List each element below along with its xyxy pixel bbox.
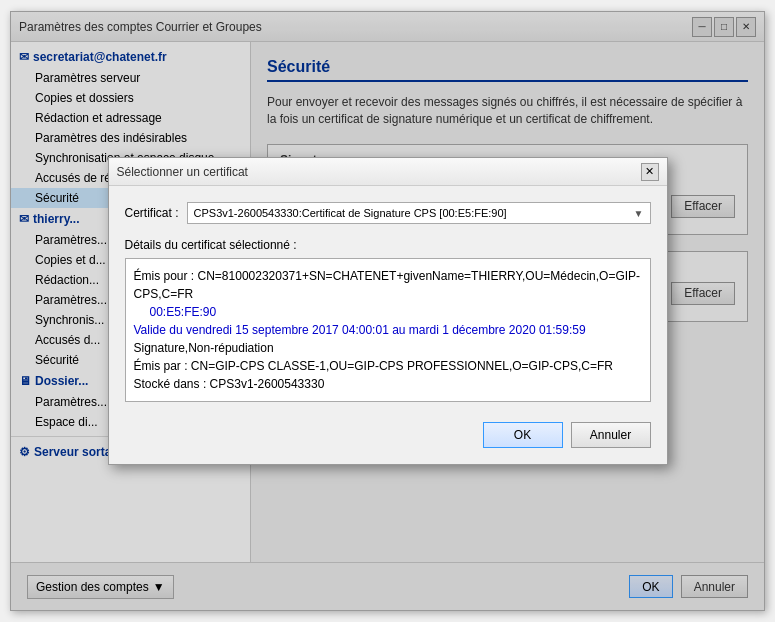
detail-emis-par: Émis par : CN=GIP-CPS CLASSE-1,OU=GIP-CP… <box>134 357 642 375</box>
detail-id: 00:E5:FE:90 <box>134 303 642 321</box>
modal-title: Sélectionner un certificat <box>117 165 248 179</box>
cert-selection-dialog: Sélectionner un certificat ✕ Certificat … <box>108 157 668 465</box>
modal-overlay: Sélectionner un certificat ✕ Certificat … <box>11 12 764 610</box>
modal-cert-row: Certificat : CPS3v1-2600543330:Certifica… <box>125 202 651 224</box>
modal-annuler-button[interactable]: Annuler <box>571 422 651 448</box>
cert-dropdown[interactable]: CPS3v1-2600543330:Certificat de Signatur… <box>187 202 651 224</box>
modal-title-bar: Sélectionner un certificat ✕ <box>109 158 667 186</box>
modal-close-button[interactable]: ✕ <box>641 163 659 181</box>
modal-cert-label: Certificat : <box>125 206 179 220</box>
details-box: Émis pour : CN=810002320371+SN=CHATENET+… <box>125 258 651 402</box>
modal-body: Certificat : CPS3v1-2600543330:Certifica… <box>109 186 667 464</box>
modal-buttons: OK Annuler <box>125 418 651 448</box>
detail-emis-pour: Émis pour : CN=810002320371+SN=CHATENET+… <box>134 267 642 303</box>
detail-valide: Valide du vendredi 15 septembre 2017 04:… <box>134 321 642 339</box>
detail-stocke: Stocké dans : CPS3v1-2600543330 <box>134 375 642 393</box>
cert-dropdown-value: CPS3v1-2600543330:Certificat de Signatur… <box>194 207 507 219</box>
cert-dropdown-arrow-icon: ▼ <box>634 208 644 219</box>
detail-emis-pour-text: Émis pour : CN=810002320371+SN=CHATENET+… <box>134 269 641 301</box>
modal-ok-button[interactable]: OK <box>483 422 563 448</box>
detail-signature: Signature,Non-répudiation <box>134 339 642 357</box>
details-label: Détails du certificat sélectionné : <box>125 238 651 252</box>
main-window: Paramètres des comptes Courrier et Group… <box>10 11 765 611</box>
